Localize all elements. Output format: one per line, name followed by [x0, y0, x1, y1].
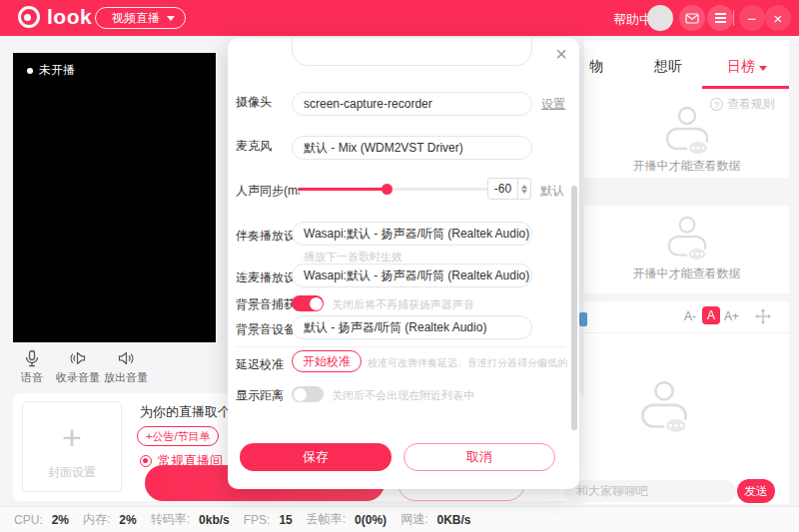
- start-calibration-button[interactable]: 开始校准: [292, 350, 362, 372]
- status-bar: CPU: 2% 内存: 2% 转码率: 0kb/s FPS: 15 丢帧率: 0…: [0, 506, 799, 532]
- distance-label: 显示距离: [236, 387, 293, 404]
- room-title-text[interactable]: 为你的直播取个: [140, 403, 231, 421]
- distance-toggle[interactable]: [292, 386, 324, 402]
- avatar[interactable]: [647, 5, 673, 31]
- chat-card: A- A A+ 发送: [584, 301, 789, 504]
- radio-selected-icon: [140, 455, 152, 467]
- bg-device-label: 背景音设备: [236, 321, 293, 338]
- record-volume-control[interactable]: 收录音量: [52, 349, 104, 385]
- record-volume-label: 收录音量: [52, 370, 104, 385]
- modal-scrollbar[interactable]: [571, 186, 577, 430]
- fps-value: 15: [279, 513, 292, 527]
- slider-knob[interactable]: [382, 184, 393, 195]
- voice-sync-label: 人声同步(ms): [236, 183, 300, 200]
- move-panel-handle[interactable]: [755, 308, 771, 328]
- dropped-frames-value: 0(0%): [355, 513, 387, 527]
- network-value: 0KB/s: [436, 513, 470, 527]
- voice-sync-stepper[interactable]: -60: [487, 178, 531, 200]
- cpu-label: CPU:: [14, 513, 43, 527]
- cover-label: 封面设置: [23, 464, 121, 481]
- send-button[interactable]: 发送: [737, 479, 775, 503]
- app-logo: look: [18, 6, 92, 28]
- announcement-button[interactable]: +公告/节目单: [137, 426, 219, 446]
- cancel-button[interactable]: 取消: [403, 443, 555, 471]
- divider: [584, 332, 789, 333]
- output-volume-label: 放出音量: [100, 370, 152, 385]
- category-label: 视频直播: [112, 10, 160, 27]
- look-logo-icon: [18, 6, 40, 28]
- chevron-down-icon: [759, 66, 767, 71]
- divider: [236, 346, 565, 347]
- menu-button[interactable]: [707, 5, 733, 31]
- tab-daily-ranking-label: 日榜: [727, 58, 755, 76]
- connect-device-select[interactable]: Wasapi:默认 - 扬声器/听筒 (Realtek Audio): [292, 264, 532, 287]
- latency-hint: 校准可改善伴奏延迟、音准打分器得分偏低的问题: [368, 356, 567, 370]
- hamburger-icon: [715, 13, 726, 23]
- mail-button[interactable]: [679, 5, 705, 31]
- slider-fill: [298, 188, 387, 191]
- accompaniment-device-select[interactable]: Wasapi:默认 - 扬声器/听筒 (Realtek Audio): [292, 222, 532, 246]
- move-icon: [755, 308, 771, 324]
- latency-label: 延迟校准: [236, 356, 293, 373]
- scrolled-field-partial[interactable]: [292, 38, 532, 66]
- chevron-down-icon: [167, 16, 175, 21]
- camera-select[interactable]: screen-capture-recorder: [292, 92, 532, 116]
- step-down-icon[interactable]: [521, 190, 527, 194]
- voice-sync-default[interactable]: 默认: [540, 183, 564, 200]
- chat-input[interactable]: [564, 480, 736, 502]
- font-increase-button[interactable]: A+: [724, 309, 739, 323]
- microphone-select[interactable]: 默认 - Mix (WDM2VST Driver): [292, 136, 532, 160]
- empty-state-person-icon: [584, 106, 789, 156]
- header-divider: [733, 10, 734, 26]
- category-selector-button[interactable]: 视频直播: [95, 7, 186, 29]
- dropped-frames-label: 丢帧率:: [307, 511, 346, 528]
- hidden-icon-fragment: [579, 312, 587, 326]
- app-header: look 视频直播 帮助中心 − ×: [0, 0, 799, 36]
- stepper-arrows[interactable]: [517, 179, 530, 199]
- bitrate-label: 转码率:: [151, 511, 190, 528]
- save-button[interactable]: 保存: [240, 443, 392, 471]
- live-preview: 未开播: [13, 53, 216, 342]
- cpu-value: 2%: [52, 513, 69, 527]
- microphone-icon: [23, 349, 41, 367]
- ranking-card: 物 想听 日榜 ? 查看规则 开播中才能查看数据: [584, 40, 789, 178]
- accompaniment-device-label: 伴奏播放设备: [236, 228, 293, 245]
- camera-settings-link[interactable]: 设置: [541, 96, 565, 113]
- accompaniment-hint: 播放下一首歌时生效: [304, 250, 402, 265]
- settings-modal: × 摄像头 screen-capture-recorder 设置 麦克风 默认 …: [228, 38, 579, 489]
- voice-sync-slider[interactable]: [298, 188, 487, 191]
- font-size-current-button[interactable]: A: [702, 306, 720, 324]
- cover-upload-box[interactable]: + 封面设置: [22, 401, 122, 492]
- voice-label: 语音: [6, 370, 58, 385]
- tab-daily-ranking[interactable]: 日榜: [727, 58, 767, 76]
- bg-device-select[interactable]: 默认 - 扬声器/听筒 (Realtek Audio): [292, 315, 532, 339]
- memory-value: 2%: [119, 513, 136, 527]
- live-status-text: 未开播: [39, 62, 75, 79]
- output-volume-control[interactable]: 放出音量: [100, 349, 152, 385]
- bg-capture-hint: 关闭后将不再捕获扬声器声音: [332, 297, 474, 312]
- logo-text: look: [47, 6, 92, 28]
- memory-label: 内存:: [83, 511, 110, 528]
- tab-gifts[interactable]: 物: [589, 58, 603, 76]
- voice-control[interactable]: 语音: [6, 349, 58, 385]
- empty-state-person-icon: [584, 216, 789, 262]
- bitrate-value: 0kb/s: [199, 513, 230, 527]
- mail-icon: [685, 13, 699, 24]
- empty-state-text: 开播中才能查看数据: [584, 158, 789, 175]
- stats-card: 开播中才能查看数据: [584, 206, 789, 293]
- microphone-label: 麦克风: [236, 138, 293, 155]
- font-decrease-button[interactable]: A-: [684, 309, 696, 323]
- bg-capture-toggle[interactable]: [292, 295, 324, 311]
- modal-close-icon[interactable]: ×: [555, 44, 567, 64]
- connect-device-label: 连麦播放设备: [236, 269, 293, 286]
- step-up-icon[interactable]: [521, 185, 527, 189]
- live-status-badge: 未开播: [27, 62, 75, 79]
- tab-want-to-hear[interactable]: 想听: [654, 58, 682, 76]
- active-tab-underline: [702, 86, 789, 89]
- network-label: 网速:: [400, 511, 427, 528]
- status-dot-icon: [27, 68, 33, 74]
- window-close-button[interactable]: ×: [765, 5, 791, 31]
- minimize-button[interactable]: −: [739, 5, 765, 31]
- voice-sync-value[interactable]: -60: [488, 179, 517, 199]
- camera-label: 摄像头: [236, 94, 293, 111]
